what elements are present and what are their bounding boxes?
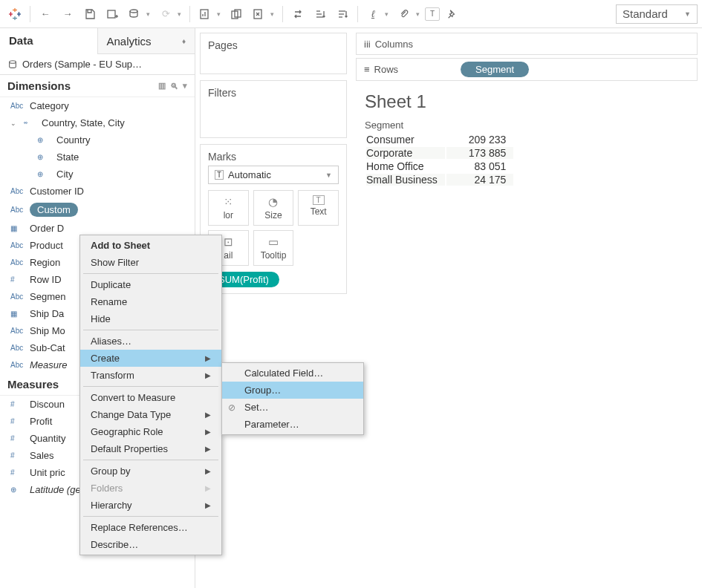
marks-text[interactable]: TText (298, 190, 339, 226)
highlight-icon[interactable]: ℓ (363, 4, 383, 24)
forward-icon[interactable]: → (57, 4, 78, 24)
data-table: Consumer209 233Corporate173 885Home Offi… (365, 132, 515, 187)
table-row[interactable]: Corporate173 885 (366, 147, 513, 159)
field-custom[interactable]: AbcCustom (0, 200, 195, 220)
subctx-group[interactable]: Group… (222, 382, 363, 399)
tableau-logo-icon[interactable] (4, 4, 25, 24)
svg-point-11 (130, 10, 137, 13)
dropdown-icon[interactable]: ▾ (385, 10, 392, 18)
dropdown-icon[interactable]: ▾ (416, 10, 423, 18)
svg-point-26 (10, 60, 16, 63)
pin-icon[interactable] (441, 4, 462, 24)
tab-analytics[interactable]: Analytics♦ (97, 28, 195, 53)
svg-rect-8 (108, 10, 115, 18)
sort-asc-icon[interactable] (310, 4, 331, 24)
new-data-icon[interactable] (102, 4, 123, 24)
datasource-label: Orders (Sample - EU Sup… (22, 59, 142, 70)
labels-icon[interactable]: T (425, 7, 440, 21)
connect-icon[interactable] (124, 4, 145, 24)
ctx-folders: Folders▶ (80, 480, 221, 497)
fit-label: Standard (623, 7, 668, 20)
rows-pill-segment[interactable]: Segment (461, 62, 529, 77)
ctx-create[interactable]: Create▶ (80, 350, 221, 367)
swap-icon[interactable] (287, 4, 308, 24)
duplicate-icon[interactable] (226, 4, 247, 24)
ctx-aliases[interactable]: Aliases… (80, 333, 221, 350)
dimensions-header: Dimensions ▥ 🔍︎ ▾ (0, 75, 195, 97)
marks-type-dropdown[interactable]: TAutomatic ▼ (208, 166, 339, 184)
marks-tooltip[interactable]: ▭Tooltip (253, 230, 294, 266)
ctx-replace-refs[interactable]: Replace References… (80, 519, 221, 536)
rows-icon: ≡ (364, 64, 370, 75)
set-icon: ⊘ (228, 402, 235, 413)
fit-dropdown[interactable]: Standard ▼ (616, 4, 698, 24)
field-city[interactable]: ⊕City (0, 166, 195, 183)
filters-card[interactable]: Filters (200, 80, 347, 138)
save-icon[interactable] (79, 4, 100, 24)
ctx-default-props[interactable]: Default Properties▶ (80, 440, 221, 457)
dropdown-icon[interactable]: ▾ (146, 10, 154, 18)
dropdown-icon[interactable]: ▾ (270, 10, 278, 18)
ctx-hide[interactable]: Hide (80, 310, 221, 327)
ctx-geo-role[interactable]: Geographic Role▶ (80, 423, 221, 440)
ctx-duplicate[interactable]: Duplicate (80, 276, 221, 293)
sheet-title[interactable]: Sheet 1 (365, 91, 689, 112)
table-row[interactable]: Small Business24 175 (366, 174, 513, 186)
ctx-hierarchy[interactable]: Hierarchy▶ (80, 497, 221, 514)
view-icon[interactable]: ▥ (158, 81, 166, 91)
pages-card[interactable]: Pages (200, 33, 347, 74)
ctx-show-filter[interactable]: Show Filter (80, 254, 221, 271)
search-icon[interactable]: 🔍︎ (170, 82, 178, 91)
field-category[interactable]: AbcCategory (0, 97, 195, 114)
pages-title: Pages (208, 39, 339, 51)
view-area: iiiColumns ≡Rows Segment Sheet 1 Segment… (351, 28, 702, 588)
columns-shelf[interactable]: iiiColumns (356, 33, 698, 55)
svg-rect-12 (201, 10, 208, 19)
ctx-change-type[interactable]: Change Data Type▶ (80, 406, 221, 423)
datasource-item[interactable]: Orders (Sample - EU Sup… (0, 54, 195, 75)
ctx-describe[interactable]: Describe… (80, 536, 221, 553)
datasource-icon (7, 59, 18, 70)
filters-title: Filters (208, 87, 339, 99)
ctx-rename[interactable]: Rename (80, 293, 221, 310)
marks-title: Marks (208, 151, 339, 163)
table-row[interactable]: Consumer209 233 (366, 134, 513, 146)
new-worksheet-icon[interactable] (195, 4, 215, 24)
tab-data[interactable]: Data (0, 28, 97, 54)
dropdown-icon[interactable]: ▾ (217, 10, 224, 18)
field-country-state-city[interactable]: ⌄ᢁCountry, State, City (0, 114, 195, 131)
field-customer-id[interactable]: AbcCustomer ID (0, 183, 195, 200)
ctx-group-by[interactable]: Group by▶ (80, 463, 221, 480)
rows-shelf[interactable]: ≡Rows Segment (356, 58, 698, 81)
toolbar: ← → ▾ ⟳ ▾ ▾ ▾ ℓ ▾ ▾ T Standard ▼ (0, 0, 702, 28)
field-context-menu: Add to Sheet Show Filter Duplicate Renam… (79, 235, 222, 555)
subctx-parameter[interactable]: Parameter… (222, 416, 363, 433)
ctx-transform[interactable]: Transform▶ (80, 367, 221, 384)
sheet-view: Sheet 1 Segment Consumer209 233Corporate… (356, 84, 698, 195)
attach-icon[interactable] (394, 4, 415, 24)
sheet-col-header: Segment (365, 120, 689, 131)
back-icon[interactable]: ← (35, 4, 56, 24)
dropdown-icon[interactable]: ▾ (178, 10, 185, 18)
refresh-icon[interactable]: ⟳ (155, 4, 176, 24)
ctx-convert[interactable]: Convert to Measure (80, 389, 221, 406)
marks-size[interactable]: ◔Size (253, 190, 294, 226)
table-row[interactable]: Home Office83 051 (366, 160, 513, 172)
menu-icon[interactable]: ▾ (183, 81, 187, 91)
sort-desc-icon[interactable] (332, 4, 353, 24)
ctx-add-to-sheet[interactable]: Add to Sheet (80, 237, 221, 254)
subctx-set[interactable]: ⊘Set… (222, 399, 363, 416)
columns-icon: iii (364, 39, 371, 50)
field-country[interactable]: ⊕Country (0, 131, 195, 148)
field-state[interactable]: ⊕State (0, 148, 195, 166)
clear-icon[interactable] (248, 4, 269, 24)
subctx-calc-field[interactable]: Calculated Field… (222, 365, 363, 382)
create-submenu: Calculated Field… Group… ⊘Set… Parameter… (221, 362, 364, 435)
marks-color[interactable]: ⁙lor (208, 190, 249, 226)
